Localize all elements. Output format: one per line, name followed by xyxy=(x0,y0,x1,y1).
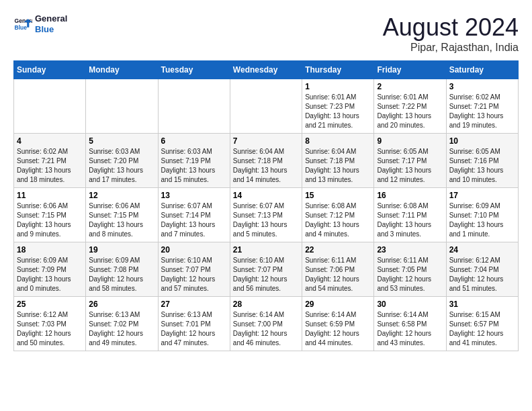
week-row-1: 1Sunrise: 6:01 AM Sunset: 7:23 PM Daylig… xyxy=(14,79,519,134)
calendar-cell: 29Sunrise: 6:14 AM Sunset: 6:59 PM Dayli… xyxy=(302,297,374,351)
calendar-cell xyxy=(86,79,158,134)
calendar-cell: 21Sunrise: 6:10 AM Sunset: 7:07 PM Dayli… xyxy=(230,242,302,297)
day-info: Sunrise: 6:12 AM Sunset: 7:04 PM Dayligh… xyxy=(449,256,515,293)
day-number: 27 xyxy=(161,300,227,309)
day-info: Sunrise: 6:04 AM Sunset: 7:18 PM Dayligh… xyxy=(305,147,371,185)
calendar-cell: 3Sunrise: 6:02 AM Sunset: 7:21 PM Daylig… xyxy=(446,79,518,134)
logo-general-text: General xyxy=(35,13,67,24)
weekday-header-friday: Friday xyxy=(374,61,446,79)
calendar-cell: 19Sunrise: 6:09 AM Sunset: 7:08 PM Dayli… xyxy=(86,242,158,297)
day-info: Sunrise: 6:15 AM Sunset: 6:57 PM Dayligh… xyxy=(449,310,515,348)
day-info: Sunrise: 6:10 AM Sunset: 7:07 PM Dayligh… xyxy=(233,256,299,293)
day-info: Sunrise: 6:08 AM Sunset: 7:12 PM Dayligh… xyxy=(305,201,371,239)
calendar-cell: 31Sunrise: 6:15 AM Sunset: 6:57 PM Dayli… xyxy=(446,297,518,351)
calendar-cell: 24Sunrise: 6:12 AM Sunset: 7:04 PM Dayli… xyxy=(446,242,518,297)
calendar-cell: 5Sunrise: 6:03 AM Sunset: 7:20 PM Daylig… xyxy=(86,134,158,188)
calendar-cell: 4Sunrise: 6:02 AM Sunset: 7:21 PM Daylig… xyxy=(14,134,86,188)
day-info: Sunrise: 6:14 AM Sunset: 6:59 PM Dayligh… xyxy=(305,310,371,348)
calendar-cell: 18Sunrise: 6:09 AM Sunset: 7:09 PM Dayli… xyxy=(14,242,86,297)
week-row-3: 11Sunrise: 6:06 AM Sunset: 7:15 PM Dayli… xyxy=(14,188,519,242)
logo-icon: General Blue xyxy=(13,15,32,34)
calendar-cell: 8Sunrise: 6:04 AM Sunset: 7:18 PM Daylig… xyxy=(302,134,374,188)
week-row-5: 25Sunrise: 6:12 AM Sunset: 7:03 PM Dayli… xyxy=(14,297,519,351)
day-info: Sunrise: 6:09 AM Sunset: 7:08 PM Dayligh… xyxy=(89,256,154,293)
calendar-cell: 1Sunrise: 6:01 AM Sunset: 7:23 PM Daylig… xyxy=(302,79,374,134)
day-info: Sunrise: 6:01 AM Sunset: 7:23 PM Dayligh… xyxy=(305,93,371,130)
day-info: Sunrise: 6:09 AM Sunset: 7:10 PM Dayligh… xyxy=(449,201,515,239)
day-number: 4 xyxy=(17,136,83,146)
day-number: 8 xyxy=(305,136,371,146)
calendar-cell: 27Sunrise: 6:13 AM Sunset: 7:01 PM Dayli… xyxy=(158,297,230,351)
day-number: 2 xyxy=(377,82,443,91)
day-number: 21 xyxy=(233,245,299,255)
calendar-cell: 23Sunrise: 6:11 AM Sunset: 7:05 PM Dayli… xyxy=(374,242,446,297)
calendar-cell: 11Sunrise: 6:06 AM Sunset: 7:15 PM Dayli… xyxy=(14,188,86,242)
svg-text:Blue: Blue xyxy=(15,24,28,30)
weekday-header-wednesday: Wednesday xyxy=(230,61,302,79)
day-number: 22 xyxy=(305,245,371,255)
day-info: Sunrise: 6:05 AM Sunset: 7:16 PM Dayligh… xyxy=(449,147,515,185)
day-number: 6 xyxy=(161,136,227,146)
day-number: 24 xyxy=(449,245,515,255)
calendar-cell: 15Sunrise: 6:08 AM Sunset: 7:12 PM Dayli… xyxy=(302,188,374,242)
day-info: Sunrise: 6:06 AM Sunset: 7:15 PM Dayligh… xyxy=(17,201,83,239)
day-number: 5 xyxy=(89,136,154,146)
day-info: Sunrise: 6:02 AM Sunset: 7:21 PM Dayligh… xyxy=(449,93,515,130)
day-info: Sunrise: 6:04 AM Sunset: 7:18 PM Dayligh… xyxy=(233,147,299,185)
day-number: 29 xyxy=(305,300,371,309)
day-info: Sunrise: 6:03 AM Sunset: 7:19 PM Dayligh… xyxy=(161,147,227,185)
title-area: August 2024 Pipar, Rajasthan, India xyxy=(383,13,519,54)
day-number: 16 xyxy=(377,191,443,200)
calendar-cell: 10Sunrise: 6:05 AM Sunset: 7:16 PM Dayli… xyxy=(446,134,518,188)
day-number: 30 xyxy=(377,300,443,309)
day-number: 19 xyxy=(89,245,154,255)
day-info: Sunrise: 6:07 AM Sunset: 7:13 PM Dayligh… xyxy=(233,201,299,239)
weekday-header-sunday: Sunday xyxy=(14,61,86,79)
day-number: 26 xyxy=(89,300,154,309)
day-number: 31 xyxy=(449,300,515,309)
weekday-header-monday: Monday xyxy=(86,61,158,79)
day-info: Sunrise: 6:14 AM Sunset: 6:58 PM Dayligh… xyxy=(377,310,443,348)
calendar-cell: 7Sunrise: 6:04 AM Sunset: 7:18 PM Daylig… xyxy=(230,134,302,188)
calendar-subtitle: Pipar, Rajasthan, India xyxy=(383,42,519,54)
day-info: Sunrise: 6:08 AM Sunset: 7:11 PM Dayligh… xyxy=(377,201,443,239)
day-number: 17 xyxy=(449,191,515,200)
logo-blue-text: Blue xyxy=(35,24,67,35)
day-number: 3 xyxy=(449,82,515,91)
day-number: 1 xyxy=(305,82,371,91)
calendar-title: August 2024 xyxy=(383,13,519,42)
day-info: Sunrise: 6:13 AM Sunset: 7:01 PM Dayligh… xyxy=(161,310,227,348)
day-number: 25 xyxy=(17,300,83,309)
week-row-4: 18Sunrise: 6:09 AM Sunset: 7:09 PM Dayli… xyxy=(14,242,519,297)
calendar-cell: 16Sunrise: 6:08 AM Sunset: 7:11 PM Dayli… xyxy=(374,188,446,242)
logo: General Blue General Blue xyxy=(13,13,67,34)
weekday-header-row: SundayMondayTuesdayWednesdayThursdayFrid… xyxy=(14,61,519,79)
calendar-cell: 28Sunrise: 6:14 AM Sunset: 7:00 PM Dayli… xyxy=(230,297,302,351)
day-info: Sunrise: 6:13 AM Sunset: 7:02 PM Dayligh… xyxy=(89,310,154,348)
calendar-cell: 12Sunrise: 6:06 AM Sunset: 7:15 PM Dayli… xyxy=(86,188,158,242)
calendar-cell: 25Sunrise: 6:12 AM Sunset: 7:03 PM Dayli… xyxy=(14,297,86,351)
calendar-cell: 13Sunrise: 6:07 AM Sunset: 7:14 PM Dayli… xyxy=(158,188,230,242)
weekday-header-tuesday: Tuesday xyxy=(158,61,230,79)
day-info: Sunrise: 6:01 AM Sunset: 7:22 PM Dayligh… xyxy=(377,93,443,130)
day-info: Sunrise: 6:10 AM Sunset: 7:07 PM Dayligh… xyxy=(161,256,227,293)
calendar-cell: 20Sunrise: 6:10 AM Sunset: 7:07 PM Dayli… xyxy=(158,242,230,297)
day-info: Sunrise: 6:12 AM Sunset: 7:03 PM Dayligh… xyxy=(17,310,83,348)
day-info: Sunrise: 6:02 AM Sunset: 7:21 PM Dayligh… xyxy=(17,147,83,185)
day-number: 11 xyxy=(17,191,83,200)
day-number: 9 xyxy=(377,136,443,146)
calendar-cell: 17Sunrise: 6:09 AM Sunset: 7:10 PM Dayli… xyxy=(446,188,518,242)
day-info: Sunrise: 6:09 AM Sunset: 7:09 PM Dayligh… xyxy=(17,256,83,293)
calendar-cell: 2Sunrise: 6:01 AM Sunset: 7:22 PM Daylig… xyxy=(374,79,446,134)
header: General Blue General Blue August 2024 Pi… xyxy=(13,13,519,54)
week-row-2: 4Sunrise: 6:02 AM Sunset: 7:21 PM Daylig… xyxy=(14,134,519,188)
day-info: Sunrise: 6:11 AM Sunset: 7:05 PM Dayligh… xyxy=(377,256,443,293)
calendar-cell: 6Sunrise: 6:03 AM Sunset: 7:19 PM Daylig… xyxy=(158,134,230,188)
day-info: Sunrise: 6:11 AM Sunset: 7:06 PM Dayligh… xyxy=(305,256,371,293)
calendar-cell: 30Sunrise: 6:14 AM Sunset: 6:58 PM Dayli… xyxy=(374,297,446,351)
day-number: 23 xyxy=(377,245,443,255)
day-number: 10 xyxy=(449,136,515,146)
day-info: Sunrise: 6:07 AM Sunset: 7:14 PM Dayligh… xyxy=(161,201,227,239)
day-number: 12 xyxy=(89,191,154,200)
day-info: Sunrise: 6:03 AM Sunset: 7:20 PM Dayligh… xyxy=(89,147,154,185)
